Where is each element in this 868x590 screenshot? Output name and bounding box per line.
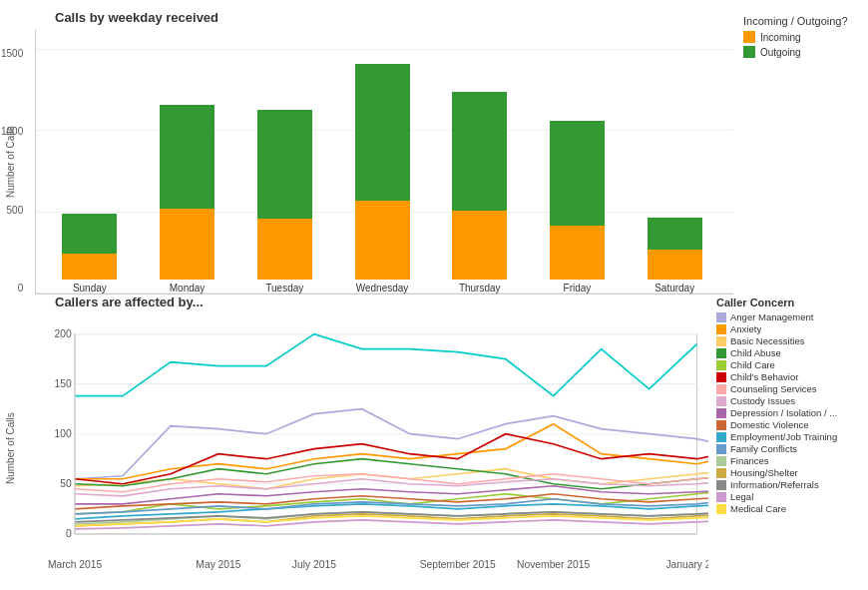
bottom-legend-color [716, 324, 726, 334]
bottom-legend-color [716, 312, 726, 322]
bottom-section: Callers are affected by... Number of Cal… [5, 295, 863, 585]
y-tick: 500 [7, 206, 24, 216]
bar-day-label: Tuesday [265, 283, 303, 294]
outgoing-bar [648, 218, 702, 250]
line-chart-svg-container: 050100150200March 2015May 2015July 2015S… [35, 311, 708, 585]
incoming-bar [160, 209, 215, 280]
stacked-bar [452, 92, 507, 280]
bottom-legend-label: Finances [730, 455, 769, 466]
bottom-legend-label: Employment/Job Training [730, 431, 837, 442]
bottom-legend-label: Legal [730, 491, 753, 502]
bar-day-label: Monday [170, 283, 206, 294]
bar-day-label: Friday [564, 283, 592, 294]
svg-text:100: 100 [54, 428, 71, 439]
bottom-legend-color [716, 348, 726, 358]
outgoing-bar [62, 214, 117, 254]
svg-text:July 2015: July 2015 [292, 559, 336, 570]
bottom-legend-color [716, 360, 726, 370]
legend-item: Outgoing [743, 46, 858, 58]
bottom-legend-label: Depression / Isolation / ... [730, 407, 837, 418]
svg-text:150: 150 [54, 378, 71, 389]
bar-group: Sunday [41, 214, 139, 294]
bottom-legend-items: Anger ManagementAnxietyBasic Necessities… [716, 311, 861, 514]
bottom-legend-item: Child Abuse [716, 347, 861, 358]
bar-group: Friday [529, 121, 627, 294]
bar-chart-inner: 150010005000 SundayMondayTuesdayWednesda… [35, 29, 733, 295]
bottom-legend-label: Housing/Shelter [730, 467, 798, 478]
legend-label: Outgoing [760, 47, 801, 58]
bar-day-label: Thursday [459, 283, 501, 294]
incoming-bar [550, 226, 605, 280]
bottom-legend-item: Legal [716, 491, 861, 502]
bottom-legend-color [716, 372, 726, 382]
bar-group: Monday [139, 105, 236, 294]
bottom-legend-label: Child Care [730, 359, 775, 370]
bottom-y-axis-label: Number of Calls [5, 311, 35, 585]
bottom-legend-item: Anger Management [716, 311, 861, 322]
bottom-legend-item: Child Care [716, 359, 861, 370]
bottom-legend-item: Information/Referrals [716, 479, 861, 490]
bottom-legend-label: Anger Management [730, 311, 813, 322]
bottom-legend-item: Basic Necessities [716, 335, 861, 346]
svg-text:January 2016: January 2016 [665, 559, 708, 570]
svg-text:200: 200 [54, 328, 71, 339]
bottom-legend-label: Custody Issues [730, 395, 795, 406]
bottom-legend-item: Anxiety [716, 323, 861, 334]
bottom-legend-color [716, 492, 726, 502]
bottom-legend-label: Child's Behavior [730, 371, 798, 382]
bar-day-label: Sunday [73, 283, 107, 294]
stacked-bar [648, 218, 702, 280]
outgoing-bar [355, 64, 410, 201]
top-legend-title: Incoming / Outgoing? [743, 15, 858, 27]
bottom-chart-title: Callers are affected by... [55, 295, 708, 309]
bottom-legend-item: Finances [716, 455, 861, 466]
bottom-legend-item: Counseling Services [716, 383, 861, 394]
bottom-legend-item: Housing/Shelter [716, 467, 861, 478]
svg-text:50: 50 [60, 478, 72, 489]
y-tick: 1000 [1, 127, 23, 137]
bottom-legend-color [716, 504, 726, 514]
bars-container: SundayMondayTuesdayWednesdayThursdayFrid… [41, 49, 723, 294]
svg-text:November 2015: November 2015 [517, 559, 590, 570]
stacked-bar [257, 110, 312, 280]
bottom-legend-item: Child's Behavior [716, 371, 861, 382]
bottom-legend-label: Child Abuse [730, 347, 781, 358]
svg-text:March 2015: March 2015 [48, 559, 103, 570]
outgoing-bar [160, 105, 215, 209]
bottom-legend-item: Depression / Isolation / ... [716, 407, 861, 418]
bar-group: Wednesday [333, 64, 431, 294]
y-ticks: 150010005000 [1, 49, 23, 294]
outgoing-bar [257, 110, 312, 219]
bottom-legend-color [716, 468, 726, 478]
legend-color [743, 46, 755, 58]
bar-day-label: Saturday [654, 283, 694, 294]
top-legend-items: IncomingOutgoing [743, 31, 858, 58]
bar-chart-wrapper: Number of Calls Day 150010005000 SundayM… [5, 29, 733, 295]
stacked-bar [355, 64, 410, 280]
line-chart-wrapper: Number of Calls 050100150200March 2015Ma… [5, 311, 708, 585]
top-chart-title: Calls by weekday received [55, 10, 733, 25]
bottom-legend-label: Counseling Services [730, 383, 817, 394]
incoming-bar [62, 254, 117, 280]
main-container: Calls by weekday received Number of Call… [0, 0, 868, 590]
stacked-bar [62, 214, 117, 280]
bottom-legend-color [716, 384, 726, 394]
bottom-legend-label: Domestic Violence [730, 419, 809, 430]
top-section: Calls by weekday received Number of Call… [5, 10, 863, 295]
incoming-bar [257, 219, 312, 280]
bar-chart: Day 150010005000 SundayMondayTuesdayWedn… [35, 29, 733, 295]
y-tick: 1500 [1, 49, 23, 59]
bottom-legend-color [716, 336, 726, 346]
y-tick: 0 [18, 284, 24, 294]
bottom-legend-item: Domestic Violence [716, 419, 861, 430]
bottom-legend-color [716, 444, 726, 454]
bar-group: Thursday [431, 92, 529, 294]
outgoing-bar [452, 92, 507, 211]
legend-label: Incoming [760, 32, 801, 43]
bottom-legend-color [716, 420, 726, 430]
incoming-bar [452, 211, 507, 280]
bottom-legend-label: Information/Referrals [730, 479, 819, 490]
bottom-legend-item: Medical Care [716, 503, 861, 514]
bottom-legend-title: Caller Concern [716, 296, 861, 308]
stacked-bar [550, 121, 605, 280]
